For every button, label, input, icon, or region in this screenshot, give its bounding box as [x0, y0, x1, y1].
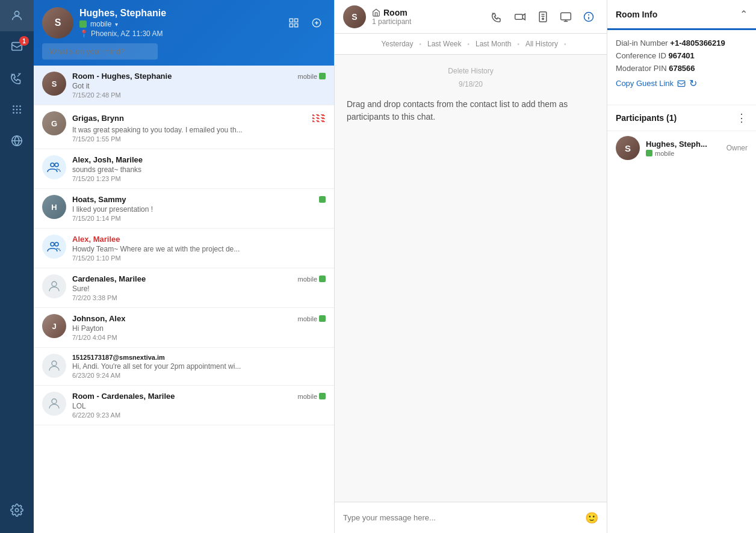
desk-phone-icon-btn[interactable] [533, 7, 553, 26]
delete-history-link[interactable]: Delete History [347, 67, 595, 75]
chat-time: 7/1/20 4:04 PM [72, 334, 326, 341]
participants-title: Participants (1) [616, 113, 677, 123]
chat-preview: LOL [72, 402, 326, 410]
svg-point-21 [55, 163, 58, 167]
svg-point-22 [51, 242, 54, 246]
chat-preview: I liked your presentation ! [72, 205, 326, 214]
chat-content: Alex, Marilee Howdy Team~ Where are we a… [72, 235, 326, 262]
chat-name: Alex, Josh, Marilee [72, 155, 143, 164]
chat-time: 7/15/20 1:14 PM [72, 215, 326, 222]
svg-point-9 [16, 112, 18, 114]
svg-rect-13 [290, 19, 293, 22]
emoji-button[interactable]: 🙂 [585, 511, 598, 525]
chat-list-panel: S Hughes, Stephanie mobile ▾ 📍 Phoenix, … [34, 0, 335, 533]
status-dot [79, 20, 87, 28]
chat-avatar [42, 155, 66, 179]
collapse-btn[interactable]: ⌃ [740, 8, 748, 20]
sidebar-item-call-history[interactable] [0, 63, 34, 94]
chat-name: Cardenales, Marilee [72, 274, 146, 283]
status-square [319, 276, 326, 282]
moderator-pin-row: Moderator PIN 678566 [616, 64, 748, 73]
svg-point-6 [16, 109, 18, 111]
chat-preview: Got it [72, 82, 326, 90]
chat-time: 7/15/20 1:55 PM [72, 135, 326, 143]
tab-last-week[interactable]: Last Week [421, 37, 467, 51]
svg-point-7 [19, 109, 21, 111]
list-item[interactable]: Room - Cardenales, Marilee mobile LOL 6/… [34, 386, 334, 425]
sidebar-item-settings[interactable] [0, 494, 34, 526]
sidebar-item-contacts[interactable] [0, 0, 34, 31]
room-info-title: Room Info [616, 10, 657, 19]
svg-rect-27 [515, 14, 523, 19]
list-item[interactable]: G Grigas, Brynn It was great speaking to… [34, 105, 334, 149]
grid-icon-btn[interactable] [285, 14, 303, 32]
chevron-icon[interactable]: ▾ [115, 21, 118, 28]
status-label: mobile [90, 20, 111, 28]
copy-guest-link-btn[interactable]: Copy Guest Link ↻ [616, 78, 748, 89]
svg-point-23 [55, 242, 58, 246]
list-item[interactable]: Cardenales, Marilee mobile Sure! 7/2/20 … [34, 268, 334, 308]
chat-content: Hoats, Sammy I liked your presentation !… [72, 195, 326, 222]
tab-last-month[interactable]: Last Month [469, 37, 517, 51]
chat-avatar [42, 392, 66, 416]
list-item[interactable]: H Hoats, Sammy I liked your presentation… [34, 189, 334, 229]
chat-preview: Sure! [72, 285, 326, 293]
chat-preview: Hi, Andi. You're all set for your 2pm ap… [72, 362, 326, 371]
chat-header-name: Room [372, 8, 482, 17]
status-square [319, 196, 326, 203]
sidebar: 1 [0, 0, 34, 533]
participant-item: S Hughes, Steph... mobile Owner [607, 131, 756, 165]
phone-icon-btn[interactable] [488, 7, 507, 26]
chat-area: S Room 1 participant [335, 0, 607, 533]
status-square [646, 150, 652, 156]
tab-yesterday[interactable]: Yesterday [376, 37, 420, 51]
participant-role: Owner [727, 144, 748, 152]
message-input[interactable] [343, 513, 580, 522]
list-item[interactable]: Alex, Marilee Howdy Team~ Where are we a… [34, 229, 334, 268]
list-item[interactable]: Alex, Josh, Marilee sounds great~ thanks… [34, 149, 334, 189]
svg-point-25 [52, 361, 57, 366]
add-btn[interactable] [308, 14, 326, 32]
chat-name: Hoats, Sammy [72, 195, 126, 204]
svg-rect-14 [295, 19, 298, 22]
chat-avatar: J [42, 314, 66, 338]
email-icon [677, 79, 686, 88]
chat-time: 7/15/20 2:48 PM [72, 91, 326, 99]
sidebar-item-globe[interactable] [0, 125, 34, 156]
svg-point-20 [51, 163, 54, 167]
chat-content: Alex, Josh, Marilee sounds great~ thanks… [72, 155, 326, 182]
status-input[interactable] [42, 43, 158, 60]
sidebar-item-messages[interactable]: 1 [0, 31, 34, 63]
chat-preview: sounds great~ thanks [72, 165, 326, 174]
svg-point-31 [542, 18, 544, 20]
list-item[interactable]: J Johnson, Alex mobile Hi Payton 7/1/20 … [34, 308, 334, 348]
screen-share-icon-btn[interactable] [556, 7, 575, 26]
chat-name: Johnson, Alex [72, 314, 125, 323]
video-icon-btn[interactable] [510, 7, 530, 26]
participants-header: Participants (1) ⋮ [607, 105, 756, 131]
sidebar-item-dialpad[interactable] [0, 94, 34, 125]
chat-content: Cardenales, Marilee mobile Sure! 7/2/20 … [72, 274, 326, 301]
dial-in-value: +1-4805366219 [670, 39, 725, 48]
chat-name: Room - Hughes, Stephanie [72, 72, 172, 81]
list-item[interactable]: S Room - Hughes, Stephanie mobile Got it… [34, 66, 334, 105]
striped-icon [312, 111, 326, 125]
chat-avatar [42, 274, 66, 298]
svg-point-26 [52, 399, 57, 404]
svg-point-3 [16, 105, 18, 107]
room-info-panel: Room Info ⌃ Dial-in Number +1-4805366219… [607, 0, 756, 533]
refresh-icon[interactable]: ↻ [689, 78, 697, 89]
participants-more-btn[interactable]: ⋮ [736, 111, 748, 125]
user-name: Hughes, Stephanie [79, 8, 279, 19]
list-item[interactable]: 15125173187@smsnextiva.im Hi, Andi. You'… [34, 348, 334, 386]
status-square [319, 315, 326, 322]
chat-name: Alex, Marilee [72, 235, 120, 244]
tab-all-history[interactable]: All History [519, 37, 564, 51]
chat-avatar [42, 354, 66, 378]
chat-header-info: Room 1 participant [372, 8, 482, 26]
chat-meta [312, 111, 326, 125]
participant-info: Hughes, Steph... mobile [646, 140, 720, 157]
drag-drop-hint: Drag and drop contacts from the contact … [347, 98, 595, 123]
chat-name: Room - Cardenales, Marilee [72, 392, 175, 401]
info-icon-btn[interactable] [579, 7, 598, 26]
